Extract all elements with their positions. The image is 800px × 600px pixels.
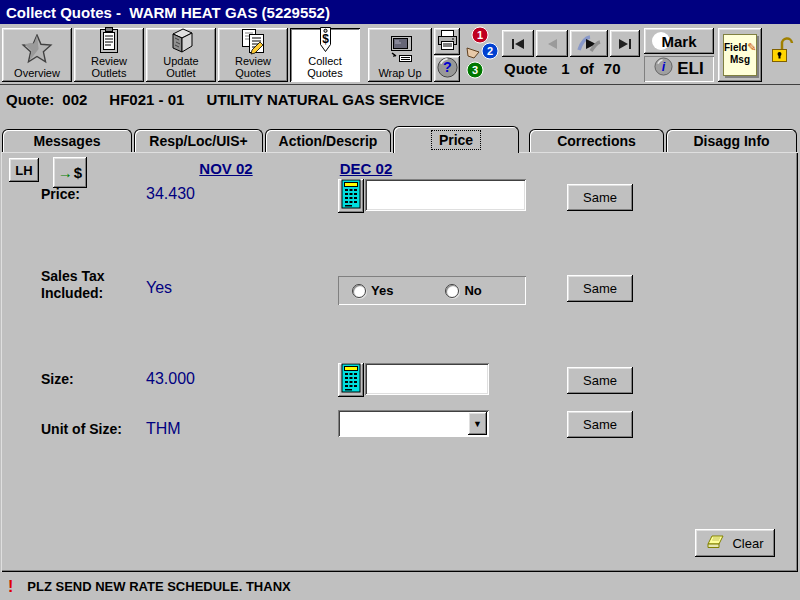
computer-icon: [385, 30, 415, 67]
tab-disagg-info-label: Disagg Info: [693, 133, 769, 149]
eli-indicator[interactable]: i ELI: [644, 56, 714, 82]
quote-counter-total: 70: [604, 60, 621, 77]
review-quotes-button[interactable]: Review Quotes: [218, 28, 288, 82]
wrap-up-label: Wrap Up: [367, 67, 433, 79]
price-tag-icon: $: [313, 25, 337, 55]
pencil-icon: ✎: [747, 41, 756, 53]
sales-tax-previous-value: Yes: [146, 279, 172, 297]
price-calculator-button[interactable]: [338, 179, 364, 213]
printer-icon: [436, 29, 458, 55]
quote-number: 002: [62, 91, 87, 108]
print-button[interactable]: [434, 28, 460, 55]
sales-tax-radio-no[interactable]: No: [445, 283, 481, 298]
sales-tax-yes-label: Yes: [371, 283, 393, 298]
review-quotes-label: Review Quotes: [220, 55, 286, 79]
play-quotes-button[interactable]: [570, 30, 608, 57]
sales-tax-same-label: Same: [583, 281, 617, 296]
quote-counter-current: 1: [561, 60, 569, 77]
unlock-button[interactable]: [768, 36, 796, 72]
size-previous-value: 43.000: [146, 370, 195, 388]
quotes-pencil-icon: [240, 26, 266, 55]
clear-button[interactable]: Clear: [695, 529, 775, 557]
field-msg-button[interactable]: Field✎ Msg: [718, 28, 762, 82]
overview-button[interactable]: Overview: [2, 28, 72, 82]
alert-exclamation-icon: !: [8, 578, 13, 596]
first-record-icon: [510, 38, 526, 50]
unit-of-size-same-button[interactable]: Same: [567, 411, 633, 438]
collect-quotes-window: Collect Quotes - WARM HEAT GAS (5229552)…: [0, 0, 800, 600]
eraser-icon: [706, 534, 726, 553]
sales-tax-no-label: No: [464, 283, 481, 298]
calculator-icon: [341, 179, 361, 213]
help-button[interactable]: ?: [434, 56, 460, 82]
collect-quotes-button[interactable]: $ Collect Quotes: [290, 28, 360, 82]
steps-123-button[interactable]: 1 2 3: [461, 28, 501, 82]
unit-of-size-dropdown[interactable]: ▼: [338, 410, 489, 437]
outlet-box-icon: [167, 26, 195, 55]
money-arrow-button[interactable]: → $: [53, 157, 87, 188]
quote-counter-of: of: [580, 60, 594, 77]
help-icon: ?: [436, 56, 459, 83]
svg-text:?: ?: [443, 59, 452, 75]
tab-messages[interactable]: Messages: [2, 129, 132, 152]
first-quote-button[interactable]: [502, 30, 534, 57]
tab-resp-loc-uis[interactable]: Resp/Loc/UIS+: [134, 129, 263, 152]
last-quote-button[interactable]: [610, 30, 640, 57]
price-input[interactable]: [365, 179, 526, 211]
svg-text:i: i: [662, 60, 666, 74]
unit-of-size-label: Unit of Size:: [41, 421, 122, 438]
tab-corrections[interactable]: Corrections: [529, 129, 664, 152]
update-outlet-label: Update Outlet: [148, 55, 214, 79]
column-header-nov02[interactable]: NOV 02: [171, 160, 281, 177]
sales-tax-radio-group: Yes No: [338, 276, 526, 305]
lh-button[interactable]: LH: [9, 158, 39, 182]
sales-tax-same-button[interactable]: Same: [567, 275, 633, 302]
tab-resp-loc-uis-label: Resp/Loc/UIS+: [149, 133, 247, 149]
price-tab-panel: LH → $ NOV 02 DEC 02 Price: 34.430 Same …: [1, 152, 798, 572]
review-outlets-label: Review Outlets: [76, 55, 142, 79]
tab-action-descrip-label: Action/Descrip: [279, 133, 378, 149]
mark-label: Mark: [661, 33, 696, 50]
radio-circle-icon: [445, 284, 459, 298]
overview-label: Overview: [4, 67, 70, 79]
green-arrow-icon: →: [58, 164, 73, 181]
column-header-dec02[interactable]: DEC 02: [321, 160, 411, 177]
size-same-button[interactable]: Same: [567, 367, 633, 394]
chevron-down-icon[interactable]: ▼: [468, 412, 487, 435]
svg-text:1: 1: [477, 29, 483, 41]
size-label: Size:: [41, 371, 74, 388]
clipboard-icon: [97, 26, 121, 55]
quote-item-code: HF021 - 01: [109, 91, 184, 108]
size-input[interactable]: [365, 363, 489, 395]
review-outlets-button[interactable]: Review Outlets: [74, 28, 144, 82]
clear-label: Clear: [732, 536, 763, 551]
last-record-icon: [617, 38, 633, 50]
size-calculator-button[interactable]: [338, 363, 364, 397]
unit-of-size-previous-value: THM: [146, 420, 181, 438]
previous-quote-button[interactable]: [536, 30, 568, 57]
lh-button-label: LH: [15, 163, 32, 178]
quote-header: Quote: 002 HF021 - 01 UTILITY NATURAL GA…: [0, 86, 800, 112]
tab-bar: Messages Resp/Loc/UIS+ Action/Descrip Pr…: [0, 126, 800, 153]
status-bar: ! PLZ SEND NEW RATE SCHEDULE. THANX: [0, 573, 800, 600]
tab-price[interactable]: Price: [393, 126, 519, 153]
price-label: Price:: [41, 186, 80, 203]
price-previous-value: 34.430: [146, 185, 195, 203]
field-msg-line2: Msg: [730, 54, 750, 65]
price-same-button[interactable]: Same: [567, 184, 633, 211]
mark-button[interactable]: Mark: [644, 28, 714, 54]
wrap-up-button[interactable]: Wrap Up: [368, 28, 432, 82]
update-outlet-button[interactable]: Update Outlet: [146, 28, 216, 82]
eli-label: ELI: [677, 59, 703, 79]
tab-price-label: Price: [432, 131, 480, 149]
toolbar: Overview Review Outlets Update Outlet Re…: [0, 26, 800, 85]
window-title: Collect Quotes - WARM HEAT GAS (5229552): [0, 4, 330, 21]
field-msg-note-icon: Field✎ Msg: [723, 34, 757, 76]
unlocked-padlock-icon: [769, 36, 795, 72]
radio-circle-icon: [352, 284, 366, 298]
unit-of-size-same-label: Same: [583, 417, 617, 432]
tab-disagg-info[interactable]: Disagg Info: [666, 129, 797, 152]
tab-action-descrip[interactable]: Action/Descrip: [265, 129, 391, 152]
sales-tax-radio-yes[interactable]: Yes: [352, 283, 393, 298]
quote-counter: Quote 1 of 70: [504, 60, 621, 77]
